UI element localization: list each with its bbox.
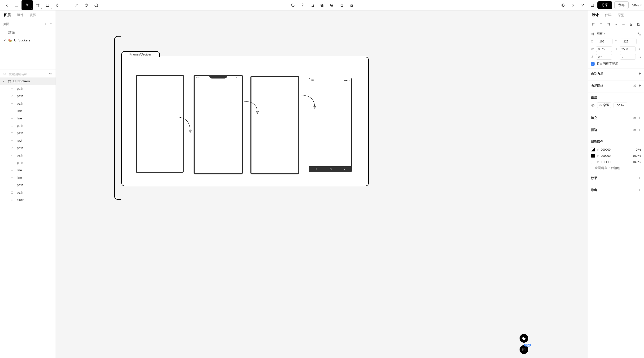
layer-search-input[interactable] bbox=[9, 72, 47, 76]
add-page-button[interactable]: + bbox=[45, 22, 47, 26]
back-button[interactable] bbox=[2, 0, 12, 10]
flatten-tool[interactable] bbox=[346, 0, 356, 10]
publish-button[interactable]: 发布 bbox=[614, 1, 629, 9]
rotation-input[interactable] bbox=[596, 54, 612, 60]
svg-point-16 bbox=[11, 199, 13, 201]
layer-item[interactable]: path bbox=[0, 122, 56, 129]
device-frame-plain-2[interactable] bbox=[250, 76, 299, 174]
color-row[interactable]: #000000100 % bbox=[591, 153, 641, 159]
layer-item[interactable]: path bbox=[0, 159, 56, 166]
wave-icon bbox=[10, 154, 14, 157]
pen-tool[interactable] bbox=[52, 0, 62, 10]
move-tool[interactable] bbox=[22, 0, 33, 10]
page-item[interactable]: ✓ 🍉 UI Stickers bbox=[0, 37, 56, 44]
device-frame-iphone[interactable]: 9:41 ▮▮ ᯤ ▬ bbox=[194, 75, 243, 174]
device-frame-android[interactable]: 4:19 ◂▮◉ ● ○ ≡ □ ‹ bbox=[309, 78, 352, 172]
menu-button[interactable] bbox=[12, 0, 22, 10]
device-statusbar: 9:41 ▮▮ ᯤ ▬ bbox=[196, 77, 240, 79]
w-input[interactable] bbox=[596, 46, 612, 52]
layer-item[interactable]: path bbox=[0, 181, 56, 189]
blend-icon bbox=[599, 104, 602, 107]
comment-tool[interactable] bbox=[91, 0, 101, 10]
text-tool[interactable] bbox=[62, 0, 72, 10]
plugins-button[interactable] bbox=[558, 0, 568, 10]
exclude-tool[interactable] bbox=[337, 0, 346, 10]
add-stroke-button[interactable]: + bbox=[639, 128, 641, 132]
eye-icon[interactable] bbox=[591, 104, 595, 107]
tab-layers[interactable]: 图层 bbox=[4, 13, 11, 17]
align-left-button[interactable] bbox=[591, 22, 596, 27]
add-autolayout-button[interactable]: + bbox=[639, 71, 641, 76]
shape-tool[interactable] bbox=[43, 0, 52, 10]
curve-tool[interactable] bbox=[72, 0, 81, 10]
layer-item[interactable]: line bbox=[0, 166, 56, 174]
canvas[interactable]: Frames/Devices 9:41 ▮▮ ᯤ ▬ bbox=[56, 10, 588, 358]
view-button[interactable] bbox=[588, 0, 597, 10]
layer-item[interactable]: path bbox=[0, 129, 56, 137]
mask-tool[interactable] bbox=[288, 0, 298, 10]
link-icon[interactable] bbox=[638, 47, 641, 51]
blend-mode[interactable]: 穿透 bbox=[603, 103, 609, 107]
frame-tool[interactable] bbox=[33, 0, 43, 10]
x-input[interactable] bbox=[597, 39, 613, 44]
component-tool[interactable] bbox=[298, 0, 308, 10]
align-center-v-button[interactable] bbox=[621, 22, 626, 27]
frame-preset-select[interactable]: 画板 ▾ bbox=[597, 32, 605, 36]
align-bottom-button[interactable] bbox=[628, 22, 634, 27]
hand-tool[interactable] bbox=[81, 0, 91, 10]
theme-toggle-button[interactable] bbox=[520, 334, 528, 343]
independent-corners-icon[interactable] bbox=[638, 55, 641, 59]
see-all-colors[interactable]: ⋯ 查看所有 7 种颜色 bbox=[591, 165, 641, 170]
add-effect-button[interactable]: + bbox=[639, 176, 641, 180]
layer-item[interactable]: line bbox=[0, 174, 56, 181]
clip-checkbox[interactable]: ✓ bbox=[591, 62, 595, 66]
add-grid-button[interactable]: + bbox=[639, 83, 641, 88]
opacity-input[interactable] bbox=[614, 103, 627, 108]
layer-item[interactable]: line bbox=[0, 107, 56, 115]
layer-item[interactable]: rect bbox=[0, 137, 56, 144]
color-row[interactable]: #0000000 % bbox=[591, 147, 641, 153]
device-frame-plain[interactable] bbox=[136, 75, 184, 173]
tab-design[interactable]: 设计 bbox=[592, 13, 599, 17]
layer-item[interactable]: line bbox=[0, 115, 56, 122]
distribute-button[interactable] bbox=[636, 22, 641, 27]
zoom-control[interactable]: 50% bbox=[632, 3, 642, 7]
cloud-button[interactable] bbox=[578, 0, 588, 10]
layer-item[interactable]: path bbox=[0, 189, 56, 196]
chevron-down-icon[interactable] bbox=[49, 22, 52, 25]
add-fill-button[interactable]: + bbox=[639, 116, 641, 120]
layer-item[interactable]: path bbox=[0, 100, 56, 107]
svg-point-11 bbox=[4, 73, 5, 75]
union-tool[interactable] bbox=[308, 0, 317, 10]
h-input[interactable] bbox=[620, 46, 636, 52]
radius-input[interactable] bbox=[620, 54, 636, 60]
color-row[interactable]: #FFFFFF100 % bbox=[591, 159, 641, 165]
bracket-decoration bbox=[114, 36, 121, 200]
subtract-tool[interactable] bbox=[317, 0, 327, 10]
align-top-button[interactable] bbox=[613, 22, 618, 27]
page-name: 封面 bbox=[8, 30, 15, 35]
add-export-button[interactable]: + bbox=[639, 188, 641, 192]
layer-item[interactable]: path bbox=[0, 152, 56, 159]
layer-item[interactable]: path bbox=[0, 144, 56, 152]
color-pct: 0 % bbox=[636, 148, 641, 151]
page-item[interactable]: 封面 bbox=[0, 28, 56, 37]
tab-components[interactable]: 组件 bbox=[17, 13, 24, 17]
share-button[interactable]: 分享 bbox=[597, 1, 612, 9]
layer-item[interactable]: circle bbox=[0, 196, 56, 204]
notes-button[interactable]: NEW bbox=[520, 345, 528, 354]
tab-code[interactable]: 代码 bbox=[605, 13, 611, 17]
layer-frame-root[interactable]: ▾ UI Stickers bbox=[0, 77, 56, 85]
layer-item[interactable]: path bbox=[0, 85, 56, 92]
tab-prototype[interactable]: 原型 bbox=[618, 13, 624, 17]
list-collapse-icon[interactable] bbox=[49, 72, 53, 76]
line-icon bbox=[10, 87, 14, 91]
layer-item[interactable]: path bbox=[0, 92, 56, 100]
play-button[interactable] bbox=[568, 0, 578, 10]
align-center-h-button[interactable] bbox=[598, 22, 604, 27]
align-right-button[interactable] bbox=[606, 22, 611, 27]
y-input[interactable] bbox=[621, 39, 637, 44]
intersect-tool[interactable] bbox=[327, 0, 337, 10]
fit-icon[interactable] bbox=[637, 32, 641, 36]
tab-assets[interactable]: 资源 bbox=[30, 13, 36, 17]
